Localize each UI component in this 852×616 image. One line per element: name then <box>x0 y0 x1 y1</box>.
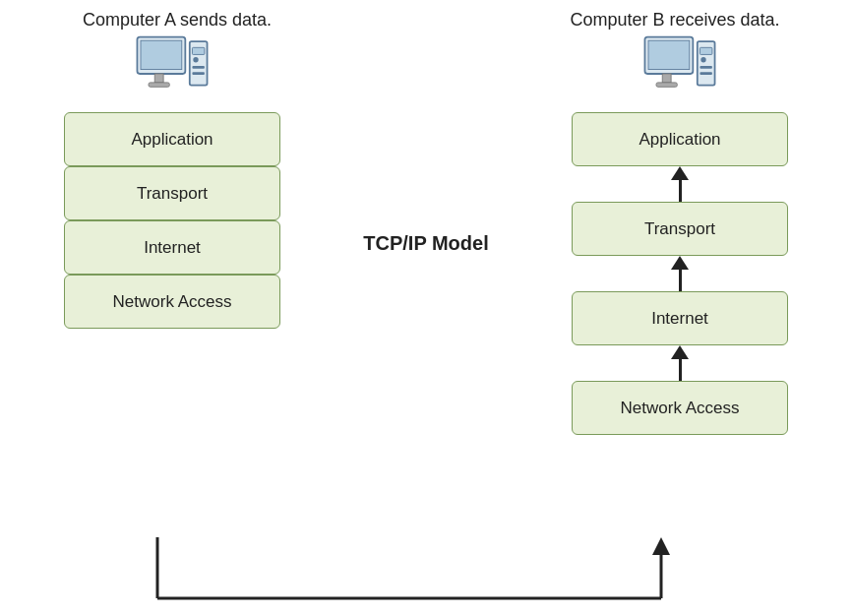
layer-b-network: Network Access <box>572 381 788 435</box>
layer-a-internet: Internet <box>64 220 280 275</box>
computer-a-icon <box>133 35 212 104</box>
tcpip-label: TCP/IP Model <box>363 232 488 255</box>
layer-b-application: Application <box>572 112 788 166</box>
svg-rect-1 <box>141 40 182 69</box>
main-content: Application Transport Internet <box>0 35 852 616</box>
layer-b-transport: Transport <box>572 202 788 256</box>
svg-rect-2 <box>154 74 163 83</box>
svg-point-15 <box>700 57 705 62</box>
bottom-connector <box>0 537 852 616</box>
arrow-b-2 <box>671 256 689 291</box>
computer-b-label: Computer B receives data. <box>537 10 813 31</box>
column-a: Application Transport Internet <box>39 35 305 329</box>
layer-a-network: Network Access <box>64 275 280 329</box>
svg-rect-5 <box>192 47 204 54</box>
svg-rect-3 <box>149 83 169 87</box>
computer-b-icon <box>640 35 719 104</box>
layer-b-internet: Internet <box>572 291 788 345</box>
svg-rect-12 <box>656 83 677 87</box>
arrow-b-1 <box>671 166 689 202</box>
svg-rect-7 <box>192 66 204 69</box>
column-b: Application Transport Internet <box>547 35 813 435</box>
svg-rect-11 <box>662 74 671 83</box>
computer-a-label: Computer A sends data. <box>39 10 315 31</box>
diagram-container: Computer A sends data. Computer B receiv… <box>0 0 852 616</box>
arrow-b-3 <box>671 345 689 381</box>
svg-marker-21 <box>652 537 670 555</box>
layer-a-transport: Transport <box>64 166 280 220</box>
svg-rect-17 <box>700 72 711 75</box>
svg-point-6 <box>193 57 198 62</box>
svg-rect-8 <box>192 72 204 75</box>
layer-a-application: Application <box>64 112 280 166</box>
svg-rect-16 <box>700 66 711 69</box>
header-row: Computer A sends data. Computer B receiv… <box>0 0 852 31</box>
svg-rect-10 <box>648 40 690 69</box>
svg-rect-14 <box>700 47 711 54</box>
